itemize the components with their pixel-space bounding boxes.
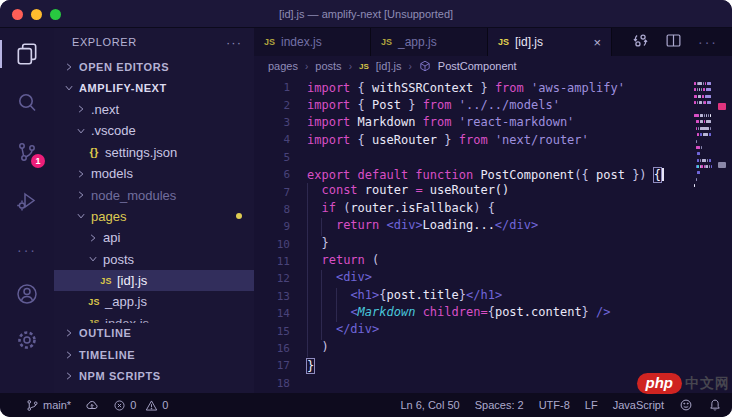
tree-item--app-js[interactable]: JS_app.js <box>54 291 254 312</box>
js-file-icon: JS <box>359 62 369 71</box>
encoding-status[interactable]: UTF-8 <box>539 399 570 411</box>
sidebar-more-icon[interactable]: ··· <box>226 35 242 50</box>
tree-item--id-js[interactable]: JS[id].js <box>54 270 254 291</box>
tab-index-js[interactable]: JSindex.js <box>254 28 371 56</box>
tree-item-label: NPM SCRIPTS <box>79 370 161 382</box>
zoom-window-button[interactable] <box>50 9 61 20</box>
breadcrumb-item-file[interactable]: [id].js <box>376 60 402 72</box>
breadcrumb-item-symbol[interactable]: PostComponent <box>438 60 517 72</box>
tree-item-amplify-next[interactable]: AMPLIFY-NEXT <box>54 77 254 98</box>
json-file-icon: {} <box>85 146 103 158</box>
code-text: ) <box>307 340 329 357</box>
code-text: </div> <box>307 322 379 339</box>
minimap-line <box>694 133 711 136</box>
tree-item-label: api <box>103 230 120 245</box>
tree-item-timeline[interactable]: TIMELINE <box>54 344 254 365</box>
minimap-line <box>694 171 711 174</box>
run-debug-icon[interactable] <box>0 179 54 223</box>
open-changes-icon[interactable] <box>632 32 649 53</box>
tree-item-index-js[interactable]: JSindex.js <box>54 313 254 323</box>
minimap-line <box>694 140 711 143</box>
minimap[interactable] <box>694 82 711 197</box>
php-cn-watermark: php 中文网 <box>637 373 731 394</box>
minimap-line <box>694 88 711 91</box>
code-text: import { withSSRContext } from 'aws-ampl… <box>307 81 625 95</box>
line-number: 2 <box>254 99 290 112</box>
overview-ruler <box>712 76 732 393</box>
feedback-smiley-icon[interactable] <box>679 398 693 412</box>
code-editor[interactable]: 1import { withSSRContext } from 'aws-amp… <box>254 76 732 393</box>
problems-status[interactable]: 0 0 <box>113 399 168 412</box>
tab-label: _app.js <box>398 35 437 49</box>
tree-item-pages[interactable]: pages <box>54 206 254 227</box>
minimap-line <box>694 184 711 187</box>
code-line: 3import Markdown from 'react-markdown' <box>254 114 732 131</box>
line-number: 17 <box>254 359 290 372</box>
close-tab-icon[interactable]: × <box>593 36 601 49</box>
code-text: <h1>{post.title}</h1> <box>307 288 502 305</box>
split-editor-icon[interactable] <box>665 32 682 53</box>
code-line: 16) <box>254 340 732 357</box>
code-text: const router = useRouter() <box>307 183 509 200</box>
line-number: 5 <box>254 151 290 164</box>
chevron-down-icon <box>61 80 77 96</box>
watermark-cn-text: 中文网 <box>685 375 730 393</box>
chevron-down-icon <box>73 208 89 224</box>
line-number: 12 <box>254 272 290 285</box>
tree-item-settings-json[interactable]: {}settings.json <box>54 142 254 163</box>
sync-changes-button[interactable] <box>85 398 99 412</box>
tree-item-npm-scripts[interactable]: NPM SCRIPTS <box>54 365 254 386</box>
tree-item-label: node_modules <box>91 188 176 203</box>
modified-dot <box>236 213 242 219</box>
minimap-line <box>694 127 711 130</box>
tree-item-label: index.js <box>105 316 149 323</box>
code-text: if (router.isFallback) { <box>307 201 495 218</box>
code-line: 10} <box>254 236 732 253</box>
tree-item-label: AMPLIFY-NEXT <box>79 82 167 94</box>
js-file-icon: JS <box>381 37 392 47</box>
minimap-line <box>694 108 711 111</box>
more-views-icon[interactable]: ··· <box>0 228 54 272</box>
notifications-bell-icon[interactable] <box>708 398 722 412</box>
tree-item--vscode[interactable]: .vscode <box>54 120 254 141</box>
line-number: 8 <box>254 203 290 216</box>
accounts-icon[interactable] <box>0 272 54 316</box>
breadcrumb-item-pages[interactable]: pages <box>268 60 298 72</box>
explorer-icon[interactable] <box>0 32 54 76</box>
minimap-line <box>694 114 711 117</box>
breadcrumb-item-posts[interactable]: posts <box>315 60 341 72</box>
editor-more-actions-icon[interactable]: ··· <box>698 34 718 50</box>
chevron-right-icon <box>61 368 77 384</box>
tab--app-js[interactable]: JS_app.js <box>371 28 488 56</box>
close-window-button[interactable] <box>12 9 23 20</box>
minimap-line <box>694 191 711 194</box>
eol-status[interactable]: LF <box>585 399 598 411</box>
search-icon[interactable] <box>0 81 54 125</box>
tree-item-node-modules[interactable]: node_modules <box>54 184 254 205</box>
line-number: 3 <box>254 116 290 129</box>
tree-item-open-editors[interactable]: OPEN EDITORS <box>54 56 254 77</box>
editor-group: JSindex.jsJS_app.jsJS[id].js× <box>254 28 732 393</box>
overview-marker <box>718 162 726 168</box>
code-lines: 1import { withSSRContext } from 'aws-amp… <box>254 79 732 392</box>
chevron-right-icon <box>61 347 77 363</box>
chevron-right-icon <box>85 230 101 246</box>
language-mode-status[interactable]: JavaScript <box>613 399 664 411</box>
tree-item-models[interactable]: models <box>54 163 254 184</box>
settings-gear-icon[interactable] <box>0 318 54 362</box>
tab--id-js[interactable]: JS[id].js× <box>488 28 612 56</box>
cursor-position-status[interactable]: Ln 6, Col 50 <box>400 399 459 411</box>
tree-item-posts[interactable]: posts <box>54 249 254 270</box>
explorer-sidebar: EXPLORER ··· OPEN EDITORSAMPLIFY-NEXT.ne… <box>54 28 254 393</box>
tree-item--next[interactable]: .next <box>54 99 254 120</box>
file-tree: OPEN EDITORSAMPLIFY-NEXT.next.vscode{}se… <box>54 56 254 393</box>
code-line: 13<h1>{post.title}</h1> <box>254 288 732 305</box>
line-number: 11 <box>254 255 290 268</box>
title-bar: [id].js — amplify-next [Unsupported] <box>0 0 732 28</box>
source-control-icon[interactable]: 1 <box>0 130 54 174</box>
tree-item-outline[interactable]: OUTLINE <box>54 323 254 344</box>
tree-item-api[interactable]: api <box>54 227 254 248</box>
minimize-window-button[interactable] <box>31 9 42 20</box>
sidebar-title: EXPLORER <box>72 36 137 48</box>
indentation-status[interactable]: Spaces: 2 <box>475 399 524 411</box>
